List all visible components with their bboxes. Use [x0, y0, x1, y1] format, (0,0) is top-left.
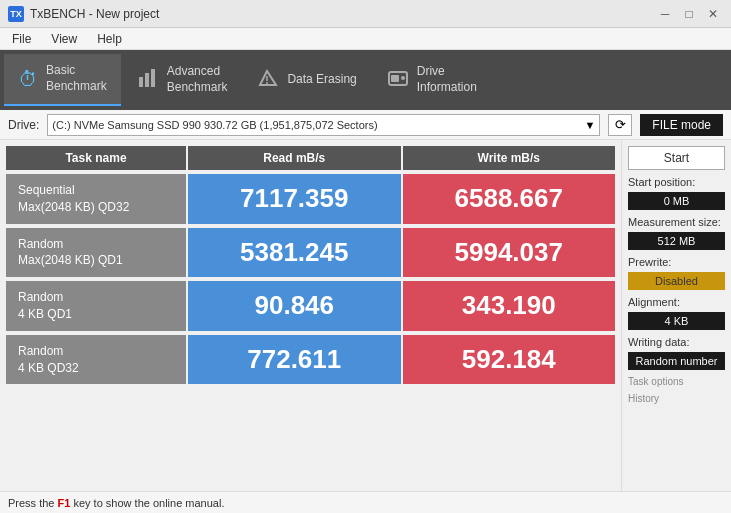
row-label-2: Random 4 KB QD1	[6, 281, 186, 331]
task-options-label: Task options	[628, 376, 725, 387]
table-row: Random 4 KB QD1 90.846 343.190	[6, 281, 615, 331]
drive-select[interactable]: (C:) NVMe Samsung SSD 990 930.72 GB (1,9…	[47, 114, 600, 136]
basic-benchmark-label: Basic Benchmark	[46, 63, 107, 94]
row-label-3: Random 4 KB QD32	[6, 335, 186, 385]
start-position-label: Start position:	[628, 176, 725, 188]
maximize-button[interactable]: □	[679, 6, 699, 22]
tab-advanced-benchmark[interactable]: Advanced Benchmark	[123, 54, 242, 106]
window-title: TxBENCH - New project	[30, 7, 159, 21]
row-label-1: Random Max(2048 KB) QD1	[6, 228, 186, 278]
drive-refresh-button[interactable]: ⟳	[608, 114, 632, 136]
file-mode-button[interactable]: FILE mode	[640, 114, 723, 136]
header-task: Task name	[6, 146, 186, 170]
table-header: Task name Read mB/s Write mB/s	[6, 146, 615, 170]
toolbar: ⏱ Basic Benchmark Advanced Benchmark Dat…	[0, 50, 731, 110]
drive-selected: (C:) NVMe Samsung SSD 990 930.72 GB (1,9…	[52, 119, 377, 131]
chart-icon	[137, 67, 159, 94]
history-label: History	[628, 393, 725, 404]
drive-icon	[387, 67, 409, 94]
writing-data-value: Random number	[628, 352, 725, 370]
write-value-3: 592.184	[403, 335, 616, 385]
alignment-value: 4 KB	[628, 312, 725, 330]
drive-information-label: Drive Information	[417, 64, 477, 95]
close-button[interactable]: ✕	[703, 6, 723, 22]
measurement-size-value: 512 MB	[628, 232, 725, 250]
header-read: Read mB/s	[188, 146, 401, 170]
svg-point-6	[266, 82, 268, 84]
minimize-button[interactable]: ─	[655, 6, 675, 22]
header-write: Write mB/s	[403, 146, 616, 170]
f1-key: F1	[58, 497, 71, 509]
main-content: Task name Read mB/s Write mB/s Sequentia…	[0, 140, 731, 491]
status-bar: Press the F1 key to show the online manu…	[0, 491, 731, 513]
clock-icon: ⏱	[18, 68, 38, 91]
read-value-3: 772.611	[188, 335, 401, 385]
status-text: Press the F1 key to show the online manu…	[8, 497, 224, 509]
svg-marker-3	[260, 71, 276, 85]
table-row: Random Max(2048 KB) QD1 5381.245 5994.03…	[6, 228, 615, 278]
read-value-0: 7117.359	[188, 174, 401, 224]
advanced-benchmark-label: Advanced Benchmark	[167, 64, 228, 95]
title-bar: TX TxBENCH - New project ─ □ ✕	[0, 0, 731, 28]
write-value-0: 6588.667	[403, 174, 616, 224]
svg-rect-0	[139, 77, 143, 87]
prewrite-label: Prewrite:	[628, 256, 725, 268]
write-value-2: 343.190	[403, 281, 616, 331]
table-row: Sequential Max(2048 KB) QD32 7117.359 65…	[6, 174, 615, 224]
data-erasing-label: Data Erasing	[287, 72, 356, 88]
read-value-1: 5381.245	[188, 228, 401, 278]
tab-data-erasing[interactable]: Data Erasing	[243, 54, 370, 106]
tab-drive-information[interactable]: Drive Information	[373, 54, 491, 106]
start-position-value: 0 MB	[628, 192, 725, 210]
app-icon: TX	[8, 6, 24, 22]
menu-view[interactable]: View	[43, 30, 85, 48]
svg-rect-1	[145, 73, 149, 87]
menu-file[interactable]: File	[4, 30, 39, 48]
title-controls: ─ □ ✕	[655, 6, 723, 22]
tab-basic-benchmark[interactable]: ⏱ Basic Benchmark	[4, 54, 121, 106]
svg-point-9	[401, 76, 405, 80]
menu-bar: File View Help	[0, 28, 731, 50]
chevron-down-icon: ▼	[584, 119, 595, 131]
title-bar-left: TX TxBENCH - New project	[8, 6, 159, 22]
svg-rect-2	[151, 69, 155, 87]
write-value-1: 5994.037	[403, 228, 616, 278]
svg-rect-8	[391, 75, 399, 82]
start-button[interactable]: Start	[628, 146, 725, 170]
read-value-2: 90.846	[188, 281, 401, 331]
erasing-icon	[257, 67, 279, 94]
prewrite-value: Disabled	[628, 272, 725, 290]
row-label-0: Sequential Max(2048 KB) QD32	[6, 174, 186, 224]
benchmark-table: Task name Read mB/s Write mB/s Sequentia…	[0, 140, 621, 491]
menu-help[interactable]: Help	[89, 30, 130, 48]
refresh-icon: ⟳	[615, 117, 626, 132]
sidebar: Start Start position: 0 MB Measurement s…	[621, 140, 731, 491]
drive-label: Drive:	[8, 118, 39, 132]
writing-data-label: Writing data:	[628, 336, 725, 348]
drive-bar: Drive: (C:) NVMe Samsung SSD 990 930.72 …	[0, 110, 731, 140]
alignment-label: Alignment:	[628, 296, 725, 308]
table-row: Random 4 KB QD32 772.611 592.184	[6, 335, 615, 385]
measurement-size-label: Measurement size:	[628, 216, 725, 228]
